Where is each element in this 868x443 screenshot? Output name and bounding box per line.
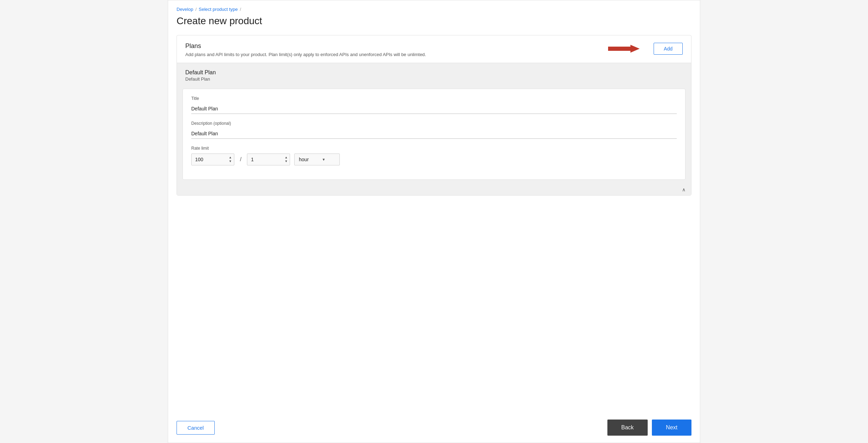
next-button[interactable]: Next bbox=[652, 420, 691, 436]
per-arrow-up[interactable]: ▲ bbox=[284, 156, 288, 159]
per-value-spinner[interactable]: ▲ ▼ bbox=[247, 154, 290, 165]
rate-unit-select[interactable]: hour ▾ bbox=[294, 154, 340, 165]
footer-bar: Cancel Back Next bbox=[177, 413, 691, 443]
description-input[interactable] bbox=[191, 129, 677, 139]
back-button[interactable]: Back bbox=[607, 420, 648, 436]
cancel-button[interactable]: Cancel bbox=[177, 421, 215, 435]
per-value-input[interactable] bbox=[247, 154, 282, 165]
rate-limit-label: Rate limit bbox=[191, 146, 677, 151]
plans-header: Plans Add plans and API limits to your p… bbox=[177, 35, 691, 63]
svg-marker-0 bbox=[608, 45, 640, 53]
plan-card-collapse: ∧ bbox=[177, 185, 691, 195]
breadcrumb-sep2: / bbox=[240, 7, 241, 12]
plans-section: Plans Add plans and API limits to your p… bbox=[177, 35, 691, 196]
plans-title: Plans bbox=[185, 42, 426, 50]
plan-card-header: Default Plan Default Plan bbox=[177, 63, 691, 85]
arrow-indicator bbox=[608, 42, 640, 55]
description-field: Description (optional) bbox=[191, 121, 677, 139]
collapse-icon[interactable]: ∧ bbox=[682, 187, 686, 192]
breadcrumb: Develop / Select product type / bbox=[177, 7, 691, 12]
page-title: Create new product bbox=[177, 15, 691, 27]
plans-description: Add plans and API limits to your product… bbox=[185, 52, 426, 57]
rate-arrow-down[interactable]: ▼ bbox=[229, 159, 232, 163]
rate-value-spinner[interactable]: ▲ ▼ bbox=[191, 154, 234, 165]
breadcrumb-develop[interactable]: Develop bbox=[177, 7, 193, 12]
title-input[interactable] bbox=[191, 104, 677, 114]
plan-card-default: Default Plan Default Plan Title Descript… bbox=[177, 63, 691, 195]
main-content: Plans Add plans and API limits to your p… bbox=[177, 35, 691, 413]
rate-value-input[interactable] bbox=[192, 154, 227, 165]
footer-right: Back Next bbox=[607, 420, 691, 436]
breadcrumb-sep1: / bbox=[195, 7, 197, 12]
plans-header-right: Add bbox=[601, 42, 683, 55]
chevron-down-icon: ▾ bbox=[323, 157, 325, 162]
add-plan-button[interactable]: Add bbox=[654, 43, 683, 55]
divider-slash: / bbox=[239, 156, 243, 163]
plans-title-block: Plans Add plans and API limits to your p… bbox=[185, 42, 426, 57]
per-arrow-down[interactable]: ▼ bbox=[284, 159, 288, 163]
rate-spinner-arrows[interactable]: ▲ ▼ bbox=[227, 155, 234, 164]
breadcrumb-product-type[interactable]: Select product type bbox=[199, 7, 237, 12]
title-label: Title bbox=[191, 96, 677, 101]
rate-limit-field: Rate limit ▲ ▼ / bbox=[191, 146, 677, 165]
rate-limit-row: ▲ ▼ / ▲ ▼ bbox=[191, 154, 677, 165]
plan-card-body: Title Description (optional) Rate limit bbox=[182, 89, 686, 180]
red-arrow-icon bbox=[608, 42, 640, 55]
title-field: Title bbox=[191, 96, 677, 114]
plan-card-subtitle: Default Plan bbox=[185, 76, 683, 82]
rate-arrow-up[interactable]: ▲ bbox=[229, 156, 232, 159]
plan-card-title: Default Plan bbox=[185, 69, 683, 76]
description-label: Description (optional) bbox=[191, 121, 677, 126]
rate-unit-value: hour bbox=[299, 157, 309, 162]
per-spinner-arrows[interactable]: ▲ ▼ bbox=[282, 155, 290, 164]
